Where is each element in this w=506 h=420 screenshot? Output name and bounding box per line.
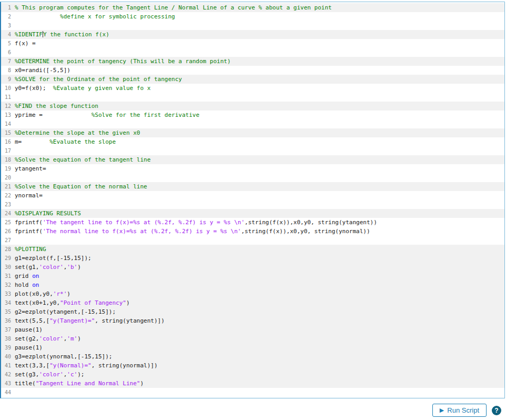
code-text: ynormal= <box>15 191 43 200</box>
code-editor[interactable]: 1% This program computes for the Tangent… <box>0 2 505 398</box>
help-icon[interactable]: ? <box>492 406 501 415</box>
code-line[interactable]: 5f(x) = <box>1 39 504 48</box>
code-token-plain: m= <box>15 138 49 145</box>
code-line[interactable]: 41text(3,3,["y(Normal)=", string(ynormal… <box>1 361 504 370</box>
run-script-button[interactable]: ▶ Run Script <box>432 404 487 417</box>
line-number: 35 <box>1 307 15 316</box>
code-token-plain: ,string(f(x)),x0,y0, string(ytangent)) <box>245 219 377 226</box>
code-token-comment: %FIND the slope function <box>15 103 98 109</box>
code-line[interactable]: 13yprime = %Solve for the first derivati… <box>1 111 504 119</box>
code-text: set(g2,'color','m') <box>15 334 81 343</box>
code-line[interactable]: 33plot(x0,y0,'r*') <box>1 289 504 298</box>
code-text: fprintf('The tangent line to f(x)=%s at … <box>15 218 377 227</box>
line-number: 43 <box>1 379 15 388</box>
code-token-plain: y0=f(x0); <box>15 85 53 92</box>
code-token-comment: %Determine the slope at the given x0 <box>15 129 140 136</box>
code-line[interactable]: 24%DISPLAYING RESULTS <box>1 209 504 218</box>
code-token-comment: %Solve for the first derivative <box>92 112 199 118</box>
code-line[interactable]: 22ynormal= <box>1 191 504 200</box>
code-line[interactable]: 35g2=ezplot(ytangent,[-15,15]); <box>1 307 504 316</box>
code-token-keyword: on <box>32 273 39 279</box>
code-line[interactable]: 44 <box>1 388 504 397</box>
code-token-comment: %SOLVE for the Ordinate of the point of … <box>15 76 182 83</box>
code-line[interactable]: 9%SOLVE for the Ordinate of the point of… <box>1 75 504 84</box>
code-line[interactable]: 27 <box>1 236 504 245</box>
code-line[interactable]: 20 <box>1 173 504 182</box>
code-line[interactable]: 7%DETERMINE the point of tangency (This … <box>1 57 504 66</box>
line-number: 24 <box>1 209 15 218</box>
code-text: %SOLVE for the Ordinate of the point of … <box>15 75 182 84</box>
line-number: 11 <box>1 93 15 102</box>
code-line[interactable]: 15%Determine the slope at the given x0 <box>1 128 504 137</box>
code-line[interactable]: 28%PLOTTING <box>1 245 504 254</box>
code-token-plain: x0=randi([-5,5]) <box>15 67 70 74</box>
code-token-comment: Y the function f(x) <box>43 31 109 38</box>
code-line[interactable]: 31grid on <box>1 272 504 281</box>
line-number: 27 <box>1 236 15 245</box>
code-token-plain: , string(ynormal)]) <box>92 362 158 369</box>
code-line[interactable]: 4%IDENTIFY the function f(x) <box>1 30 504 39</box>
code-line[interactable]: 23 <box>1 200 504 209</box>
code-token-string: 'color' <box>39 264 63 271</box>
code-line[interactable]: 16m= %Evaluate the slope <box>1 137 504 146</box>
code-line[interactable]: 12%FIND the slope function <box>1 102 504 111</box>
line-number: 17 <box>1 146 15 155</box>
code-text: %Solve the Equation of the normal line <box>15 182 147 191</box>
code-token-plain: set(g1, <box>15 264 39 271</box>
code-line[interactable]: 18%Solve the equation of the tangent lin… <box>1 155 504 164</box>
code-line[interactable]: 32hold on <box>1 281 504 289</box>
line-number: 33 <box>1 289 15 298</box>
code-line[interactable]: 36text(5,5,["y(Tangent)=", string(ytange… <box>1 316 504 325</box>
line-number: 23 <box>1 200 15 209</box>
code-line[interactable]: 26fprintf('The normal line to f(x)=%s at… <box>1 227 504 236</box>
code-line[interactable]: 14 <box>1 119 504 128</box>
line-number: 8 <box>1 66 15 75</box>
code-token-comment: %Evaluate y given value fo x <box>53 85 150 92</box>
code-line[interactable]: 1% This program computes for the Tangent… <box>1 3 504 12</box>
line-number: 3 <box>1 21 15 30</box>
code-line[interactable]: 19ytangent= <box>1 164 504 173</box>
code-line[interactable]: 8x0=randi([-5,5]) <box>1 66 504 75</box>
code-line[interactable]: 11 <box>1 93 504 102</box>
code-line[interactable]: 2 %define x for symbolic processing <box>1 12 504 21</box>
code-token-plain: text(3,3,[ <box>15 362 49 369</box>
code-text: g3=ezplot(ynormal,[-15,15]); <box>15 352 112 361</box>
code-token-plain: g1=ezplot(f,[-15,15]); <box>15 255 92 262</box>
code-line[interactable]: 29g1=ezplot(f,[-15,15]); <box>1 254 504 263</box>
code-text: ytangent= <box>15 164 46 173</box>
code-token-keyword: on <box>32 282 39 288</box>
code-line[interactable]: 3 <box>1 21 504 30</box>
code-token-plain: g2=ezplot(ytangent,[-15,15]); <box>15 308 116 315</box>
code-line[interactable]: 37pause(1) <box>1 325 504 334</box>
code-token-plain: ) <box>126 299 130 306</box>
code-line[interactable]: 30set(g1,'color','b') <box>1 263 504 272</box>
code-token-comment: %define x for symbolic processing <box>15 13 175 20</box>
code-text: %Solve the equation of the tangent line <box>15 155 150 164</box>
code-line[interactable]: 17 <box>1 146 504 155</box>
code-text: %Determine the slope at the given x0 <box>15 128 140 137</box>
code-token-plain: ) <box>77 264 81 271</box>
code-token-string: 'b' <box>67 264 77 271</box>
line-number: 36 <box>1 316 15 325</box>
code-line[interactable]: 43title("Tangent Line and Normal Line") <box>1 379 504 388</box>
code-token-plain: set(g2, <box>15 335 39 342</box>
code-line[interactable]: 42set(g3,'color','c'); <box>1 370 504 379</box>
line-number: 20 <box>1 173 15 182</box>
code-line[interactable]: 40g3=ezplot(ynormal,[-15,15]); <box>1 352 504 361</box>
code-text: %FIND the slope function <box>15 102 98 111</box>
code-token-comment: % This program computes for the Tangent … <box>15 4 332 11</box>
code-token-string: 'r*' <box>53 291 67 297</box>
code-text: text(5,5,["y(Tangent)=", string(ytangent… <box>15 316 165 325</box>
code-token-plain: title( <box>15 380 36 387</box>
code-line[interactable]: 21%Solve the Equation of the normal line <box>1 182 504 191</box>
code-line[interactable]: 39pause(1) <box>1 343 504 352</box>
code-line[interactable]: 25fprintf('The tangent line to f(x)=%s a… <box>1 218 504 227</box>
code-line[interactable]: 34text(x0+1,y0,"Point of Tangency") <box>1 298 504 307</box>
code-token-string: 'The normal line to f(x)=%s at (%.2f, %.… <box>43 228 241 235</box>
footer-toolbar: ▶ Run Script ? <box>0 398 506 417</box>
code-line[interactable]: 38set(g2,'color','m') <box>1 334 504 343</box>
line-number: 6 <box>1 48 15 57</box>
code-line[interactable]: 10y0=f(x0); %Evaluate y given value fo x <box>1 84 504 93</box>
code-line[interactable]: 6 <box>1 48 504 57</box>
code-text: plot(x0,y0,'r*') <box>15 289 70 298</box>
